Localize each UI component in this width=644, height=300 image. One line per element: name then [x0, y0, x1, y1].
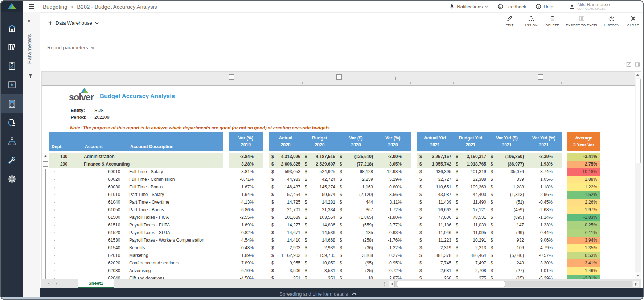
cell-vd21[interactable]: $(106,850) [488, 153, 526, 161]
header-avg[interactable]: Average3 Year Var [567, 132, 600, 151]
cell-b21[interactable]: $10,291 [453, 237, 488, 244]
header-vp20[interactable]: Var (%)2020 [375, 132, 411, 151]
row-group-expand-button[interactable]: + [43, 154, 48, 159]
cell-v19[interactable]: -3.28% [229, 161, 263, 168]
cell-b21[interactable]: $17,121 [453, 206, 488, 214]
cell-b20[interactable]: $2,529,607 [302, 161, 337, 168]
cell-a20[interactable]: $146,437 [269, 183, 302, 191]
cell-a21[interactable]: $43,087 [417, 191, 453, 199]
sidebar-item-home[interactable] [1, 19, 23, 38]
cell-vp20[interactable]: -1.80% [375, 214, 411, 221]
cell-a21[interactable]: $2,319 [417, 244, 453, 252]
cell-account[interactable]: 62020 [83, 259, 128, 267]
cell-b20[interactable]: $59,574 [302, 191, 337, 199]
cell-account[interactable]: 60010 [83, 168, 128, 176]
cell-vp21[interactable]: -1.93% [526, 161, 562, 168]
cell-a20[interactable]: $44,983 [269, 176, 302, 183]
cell-vp20[interactable]: -3.00% [375, 153, 411, 161]
cell-a21[interactable]: $11,439 [417, 199, 453, 206]
sheet-tab-sheet1[interactable]: Sheet1 [78, 279, 114, 288]
cell-a20[interactable]: $9,955 [269, 259, 302, 267]
row-group-collapse-button[interactable]: − [43, 161, 48, 167]
cell-vp21[interactable]: 3.30% [526, 259, 562, 267]
cell-vp21[interactable]: -2.96% [526, 191, 562, 199]
cell-vp20[interactable]: 3.11% [375, 199, 411, 206]
cell-vp21[interactable]: -0.57% [526, 252, 562, 259]
cell-vd20[interactable]: $(1,865) [337, 214, 375, 221]
sheet-nav-next-button[interactable]: › [56, 280, 57, 286]
cell-avg[interactable]: 1.35% [567, 244, 600, 252]
cell-a21[interactable]: $260 [417, 275, 453, 279]
cell-vp20[interactable]: -3.56% [375, 191, 411, 199]
cell-a21[interactable]: $32,727 [417, 176, 453, 183]
cell-a21[interactable]: $77,636 [417, 214, 453, 221]
cell-b20[interactable]: $14,668 [302, 237, 337, 244]
cell-v19[interactable]: 1.89% [229, 252, 263, 259]
cell-v19[interactable]: 8.81% [229, 168, 263, 176]
cell-b20[interactable]: $21,334 [302, 206, 337, 214]
history-button[interactable]: HISTORY [604, 15, 620, 27]
header-vd21[interactable]: Var Ytd ($)2021 [488, 132, 526, 151]
cell-vd21[interactable]: $(49) [488, 229, 526, 237]
cell-a21[interactable]: $436,395 [417, 168, 453, 176]
cell-a20[interactable]: $21,701 [269, 206, 302, 214]
cell-a20[interactable]: $14,277 [269, 221, 302, 229]
header-account[interactable]: Account [83, 132, 128, 151]
cell-a21[interactable]: $11,186 [417, 221, 453, 229]
header-desc[interactable]: Account Description [128, 132, 223, 151]
feedback-button[interactable]: Feedback [497, 4, 526, 9]
cell-account[interactable]: Finance & Accounting [83, 161, 223, 168]
cell-vp21[interactable]: -3.39% [526, 153, 562, 161]
cell-b20[interactable]: $42,724 [302, 176, 337, 183]
cell-vd20[interactable]: $(36) [337, 244, 375, 252]
cell-vd20[interactable]: $68,128 [337, 168, 375, 176]
cell-account[interactable]: 61500 [83, 214, 128, 221]
sidebar-item-tasks[interactable] [1, 57, 23, 75]
cell-v19[interactable]: 6.86% [229, 206, 263, 214]
cell-avg[interactable]: -0.25% [567, 221, 600, 229]
cell-a20[interactable]: $14,725 [269, 199, 302, 206]
scroll-down-button[interactable] [635, 272, 641, 279]
cell-vd21[interactable]: $339 [488, 176, 526, 183]
cell-a20[interactable]: $3,506 [269, 267, 302, 275]
cell-vd21[interactable]: $(51) [488, 199, 526, 206]
cell-vp21[interactable]: -1.01% [526, 267, 562, 275]
cell-account[interactable]: 61010 [83, 191, 128, 199]
cell-b20[interactable]: $524,925 [302, 168, 337, 176]
cell-vd20[interactable]: $(559) [337, 221, 375, 229]
cell-b21[interactable]: $275 [453, 275, 488, 279]
cell-v19[interactable]: -3.84% [229, 153, 263, 161]
help-button[interactable]: ? Help [536, 4, 553, 9]
cell-b21[interactable]: $401,319 [453, 168, 488, 176]
cell-v19[interactable]: -2.55% [229, 214, 263, 221]
cell-desc[interactable]: Payroll Taxes - FUTA [128, 221, 223, 229]
cell-vd20[interactable]: $444 [337, 199, 375, 206]
cell-b21[interactable]: $886,464 [453, 252, 488, 259]
cell-vd21[interactable]: $(15) [488, 275, 526, 279]
cell-b21[interactable]: $2,213 [453, 244, 488, 252]
cell-a21[interactable]: $16,662 [417, 206, 453, 214]
cell-vp20[interactable]: 2.87% [375, 275, 411, 279]
cell-avg[interactable]: 0.53% [567, 252, 600, 259]
cell-vd20[interactable]: $(25) [337, 267, 375, 275]
cell-b20[interactable]: $1,159,735 [302, 252, 337, 259]
notifications-button[interactable]: Notifications [449, 4, 488, 9]
cell-b21[interactable]: $78,531 [453, 214, 488, 221]
cell-a20[interactable]: $1,162,903 [269, 252, 302, 259]
cell-v19[interactable]: 0.48% [229, 244, 263, 252]
cell-a20[interactable]: $593,053 [269, 168, 302, 176]
cell-desc[interactable]: Part Time - Bonus [128, 206, 223, 214]
scroll-right-button[interactable] [633, 281, 639, 287]
cell-account[interactable]: 60020 [83, 176, 128, 183]
cell-vd20[interactable]: $(2,120) [337, 191, 375, 199]
cell-vd20[interactable]: $(258) [337, 237, 375, 244]
cell-vp21[interactable]: 8.74% [526, 168, 562, 176]
cell-desc[interactable]: Marketing [128, 252, 223, 259]
cell-avg[interactable]: -2.31% [567, 275, 600, 279]
sidebar-item-tools[interactable] [1, 151, 23, 170]
assign-button[interactable]: ASSIGN [523, 15, 539, 27]
cell-vd21[interactable]: $(36,977) [488, 161, 526, 168]
cell-account[interactable]: 62040 [83, 275, 128, 279]
cell-avg[interactable]: -3.41% [567, 153, 600, 161]
export-to-excel-button[interactable]: EXPORT TO EXCEL [566, 15, 598, 27]
